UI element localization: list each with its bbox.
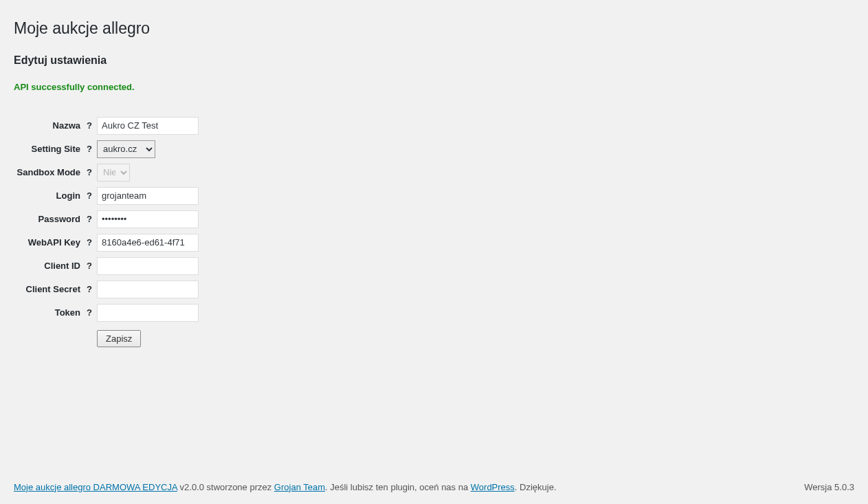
help-icon[interactable]: ?	[87, 237, 92, 248]
help-icon[interactable]: ?	[87, 167, 92, 177]
status-message: API successfully connected.	[14, 81, 854, 94]
webapi-key-input[interactable]	[97, 234, 199, 252]
wordpress-link[interactable]: WordPress	[471, 482, 515, 492]
client-id-label: Client ID	[14, 254, 86, 278]
plugin-link[interactable]: Moje aukcje allegro DARMOWA EDYCJA	[14, 482, 177, 492]
page-subtitle: Edytuj ustawienia	[14, 53, 854, 68]
token-label: Token	[14, 301, 86, 325]
nazwa-input[interactable]	[97, 117, 199, 135]
password-input[interactable]	[97, 210, 199, 228]
webapi-key-label: WebAPI Key	[14, 231, 86, 254]
footer: Moje aukcje allegro DARMOWA EDYCJA v2.0.…	[0, 474, 868, 504]
sandbox-mode-label: Sandbox Mode	[14, 161, 86, 184]
footer-rate-suffix: . Dziękuje.	[515, 482, 557, 492]
footer-rate-prefix: . Jeśli lubisz ten plugin, oceń nas na	[325, 482, 471, 492]
wp-version: Wersja 5.0.3	[804, 481, 854, 494]
help-icon[interactable]: ?	[87, 144, 92, 154]
help-icon[interactable]: ?	[87, 307, 92, 318]
password-label: Password	[14, 208, 86, 231]
client-secret-label: Client Secret	[14, 278, 86, 301]
help-icon[interactable]: ?	[87, 284, 92, 294]
login-label: Login	[14, 184, 86, 208]
sandbox-mode-select[interactable]: Nie	[97, 164, 130, 182]
setting-site-label: Setting Site	[14, 138, 86, 161]
help-icon[interactable]: ?	[87, 214, 92, 224]
help-icon[interactable]: ?	[87, 190, 92, 201]
author-link[interactable]: Grojan Team	[274, 482, 325, 492]
token-input[interactable]	[97, 304, 199, 322]
footer-version-text: v2.0.0 stworzone przez	[177, 482, 274, 492]
save-button[interactable]: Zapisz	[97, 330, 141, 347]
help-icon[interactable]: ?	[87, 120, 92, 131]
login-input[interactable]	[97, 187, 199, 205]
setting-site-select[interactable]: aukro.cz	[97, 140, 155, 158]
page-title: Moje aukcje allegro	[14, 17, 854, 39]
settings-form: Nazwa ? Setting Site ? aukro.cz Sandbox …	[14, 114, 854, 349]
help-icon[interactable]: ?	[87, 261, 92, 271]
client-secret-input[interactable]	[97, 281, 199, 298]
nazwa-label: Nazwa	[14, 114, 86, 138]
footer-left: Moje aukcje allegro DARMOWA EDYCJA v2.0.…	[14, 481, 804, 494]
client-id-input[interactable]	[97, 257, 199, 275]
